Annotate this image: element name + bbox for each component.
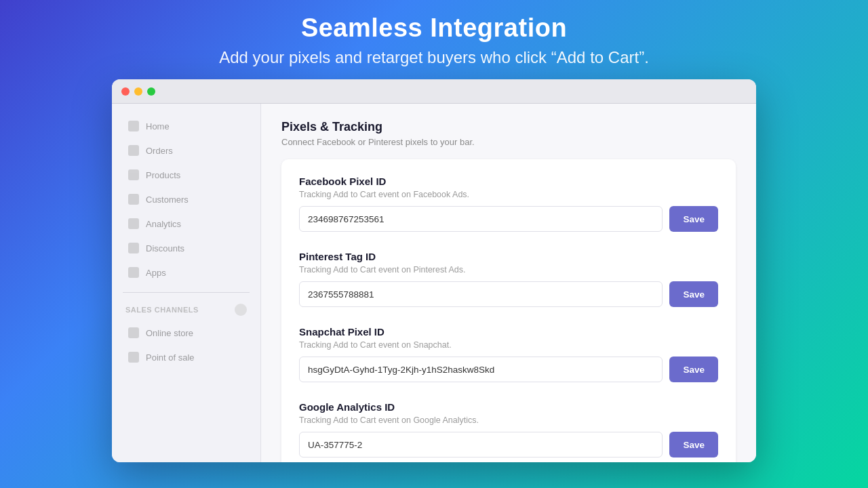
close-button[interactable] bbox=[121, 87, 130, 96]
orders-icon bbox=[128, 145, 139, 156]
minimize-button[interactable] bbox=[134, 87, 142, 96]
sidebar-label-analytics: Analytics bbox=[146, 219, 181, 229]
facebook-pixel-title: Facebook Pixel ID bbox=[299, 176, 718, 187]
snapchat-pixel-row: Save bbox=[299, 357, 718, 382]
point-of-sale-icon bbox=[128, 352, 139, 363]
pinterest-pixel-field: Pinterest Tag ID Tracking Add to Cart ev… bbox=[299, 251, 718, 307]
online-store-icon bbox=[128, 327, 139, 338]
customers-icon bbox=[128, 194, 139, 205]
section-title: Pixels & Tracking bbox=[281, 120, 736, 134]
facebook-pixel-row: Save bbox=[299, 206, 718, 232]
sidebar-item-customers[interactable]: Customers bbox=[120, 188, 252, 211]
header-title: Seamless Integration bbox=[219, 14, 649, 43]
sidebar-item-point-of-sale[interactable]: Point of sale bbox=[120, 346, 252, 369]
google-analytics-input[interactable] bbox=[299, 432, 663, 458]
sidebar-label-customers: Customers bbox=[146, 195, 189, 205]
pinterest-pixel-row: Save bbox=[299, 281, 718, 307]
sidebar-divider bbox=[123, 292, 250, 293]
app-window: Home Orders Products Customers Analytics bbox=[112, 79, 756, 462]
snapchat-pixel-title: Snapchat Pixel ID bbox=[299, 326, 718, 338]
sidebar-label-point-of-sale: Point of sale bbox=[146, 352, 195, 363]
facebook-save-button[interactable]: Save bbox=[669, 206, 718, 232]
main-content: Pixels & Tracking Connect Facebook or Pi… bbox=[261, 104, 756, 462]
sidebar-item-products[interactable]: Products bbox=[120, 163, 252, 186]
sidebar-label-apps: Apps bbox=[146, 268, 166, 278]
facebook-pixel-input[interactable] bbox=[299, 206, 663, 232]
facebook-pixel-desc: Tracking Add to Cart event on Facebook A… bbox=[299, 190, 718, 199]
pinterest-pixel-input[interactable] bbox=[299, 281, 663, 307]
sales-channels-label: Sales channels bbox=[125, 306, 199, 314]
pinterest-save-button[interactable]: Save bbox=[669, 281, 718, 307]
sidebar: Home Orders Products Customers Analytics bbox=[112, 104, 261, 462]
sidebar-section-header: Sales channels bbox=[112, 301, 260, 321]
sidebar-item-online-store[interactable]: Online store bbox=[120, 321, 252, 344]
sidebar-nav: Home Orders Products Customers Analytics bbox=[112, 115, 260, 284]
home-icon bbox=[128, 121, 139, 131]
discounts-icon bbox=[128, 243, 139, 253]
facebook-pixel-field: Facebook Pixel ID Tracking Add to Cart e… bbox=[299, 176, 718, 232]
google-analytics-row: Save bbox=[299, 432, 718, 458]
google-analytics-title: Google Analytics ID bbox=[299, 401, 718, 413]
maximize-button[interactable] bbox=[147, 87, 155, 96]
sidebar-label-orders: Orders bbox=[146, 146, 173, 156]
google-analytics-desc: Tracking Add to Cart event on Google Ana… bbox=[299, 415, 718, 425]
sales-channels-add-btn[interactable] bbox=[235, 304, 247, 316]
snapchat-pixel-field: Snapchat Pixel ID Tracking Add to Cart e… bbox=[299, 326, 718, 382]
snapchat-pixel-desc: Tracking Add to Cart event on Snapchat. bbox=[299, 340, 718, 350]
pinterest-pixel-title: Pinterest Tag ID bbox=[299, 251, 718, 262]
products-icon bbox=[128, 169, 139, 180]
sidebar-label-products: Products bbox=[146, 170, 180, 180]
header: Seamless Integration Add your pixels and… bbox=[219, 0, 649, 79]
snapchat-save-button[interactable]: Save bbox=[669, 357, 718, 382]
analytics-icon bbox=[128, 218, 139, 229]
header-subtitle: Add your pixels and retarget buyers who … bbox=[219, 48, 649, 67]
sidebar-item-discounts[interactable]: Discounts bbox=[120, 237, 252, 260]
apps-icon bbox=[128, 267, 139, 278]
sales-channels-nav: Online store Point of sale bbox=[112, 321, 260, 369]
sidebar-label-home: Home bbox=[146, 121, 170, 131]
section-subtitle: Connect Facebook or Pinterest pixels to … bbox=[281, 137, 736, 147]
sidebar-item-orders[interactable]: Orders bbox=[120, 139, 252, 162]
snapchat-pixel-input[interactable] bbox=[299, 357, 663, 382]
window-body: Home Orders Products Customers Analytics bbox=[112, 104, 756, 462]
sidebar-label-discounts: Discounts bbox=[146, 243, 184, 253]
sidebar-item-home[interactable]: Home bbox=[120, 115, 252, 138]
sidebar-label-online-store: Online store bbox=[146, 328, 193, 338]
titlebar bbox=[112, 79, 756, 104]
google-analytics-field: Google Analytics ID Tracking Add to Cart… bbox=[299, 401, 718, 458]
pinterest-pixel-desc: Tracking Add to Cart event on Pinterest … bbox=[299, 265, 718, 274]
google-analytics-save-button[interactable]: Save bbox=[669, 432, 718, 458]
pixels-card: Facebook Pixel ID Tracking Add to Cart e… bbox=[281, 159, 736, 462]
sidebar-item-apps[interactable]: Apps bbox=[120, 261, 252, 284]
sidebar-item-analytics[interactable]: Analytics bbox=[120, 212, 252, 235]
